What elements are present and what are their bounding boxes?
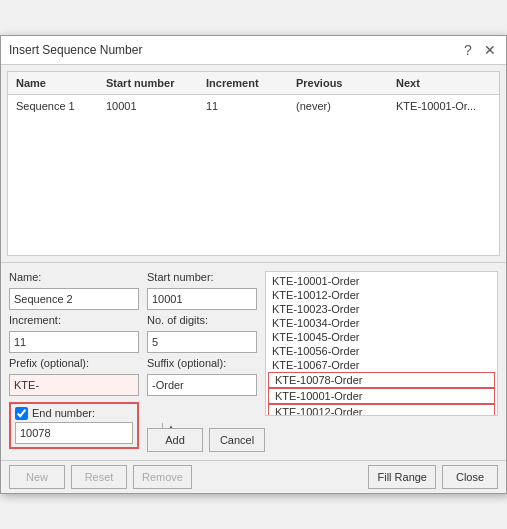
suffix-label: Suffix (optional): [147, 357, 257, 369]
end-number-checkbox-row: End number: [15, 407, 133, 420]
col-start: Start number [102, 75, 202, 91]
prefix-input[interactable] [9, 374, 139, 396]
row-increment: 11 [202, 98, 292, 114]
start-number-spinner[interactable]: ▲ ▼ [147, 288, 257, 310]
table-row[interactable]: Sequence 1 10001 11 (never) KTE-10001-Or… [8, 95, 499, 117]
table-header: Name Start number Increment Previous Nex… [8, 72, 499, 95]
col-next: Next [392, 75, 495, 91]
prefix-label: Prefix (optional): [9, 357, 139, 369]
remove-button[interactable]: Remove [133, 465, 192, 489]
title-bar-buttons: ? ✕ [460, 42, 498, 58]
dialog-title: Insert Sequence Number [9, 43, 142, 57]
end-number-checkbox[interactable] [15, 407, 28, 420]
add-button[interactable]: Add [147, 428, 203, 452]
col-previous: Previous [292, 75, 392, 91]
insert-sequence-dialog: Insert Sequence Number ? ✕ Name Start nu… [0, 35, 507, 494]
preview-item: KTE-10078-Order [268, 372, 495, 388]
help-button[interactable]: ? [460, 42, 476, 58]
name-label: Name: [9, 271, 139, 283]
bottom-bar: New Reset Remove Fill Range Close [1, 460, 506, 493]
preview-list[interactable]: KTE-10001-OrderKTE-10012-OrderKTE-10023-… [265, 271, 498, 416]
preview-item: KTE-10001-Order [266, 274, 497, 288]
fill-range-button[interactable]: Fill Range [368, 465, 436, 489]
preview-item: KTE-10001-Order [268, 388, 495, 404]
name-input[interactable] [9, 288, 139, 310]
form-area: Name: Increment: ▲ ▼ Prefix (optional): … [1, 263, 506, 456]
preview-item: KTE-10012-Order [268, 404, 495, 416]
increment-spinner[interactable]: ▲ ▼ [9, 331, 139, 353]
new-button[interactable]: New [9, 465, 65, 489]
col-name: Name [12, 75, 102, 91]
end-number-input[interactable] [16, 423, 162, 443]
form-left-col: Name: Increment: ▲ ▼ Prefix (optional): … [9, 271, 139, 452]
row-name: Sequence 1 [12, 98, 102, 114]
preview-item: KTE-10056-Order [266, 344, 497, 358]
preview-item: KTE-10023-Order [266, 302, 497, 316]
reset-button[interactable]: Reset [71, 465, 127, 489]
add-cancel-row: Add Cancel [147, 400, 257, 452]
end-number-group: End number: ▲ ▼ [9, 402, 139, 449]
title-bar: Insert Sequence Number ? ✕ [1, 36, 506, 65]
preview-item: KTE-10067-Order [266, 358, 497, 372]
end-number-label[interactable]: End number: [32, 407, 95, 419]
suffix-input[interactable] [147, 374, 257, 396]
end-number-spinner[interactable]: ▲ ▼ [15, 422, 133, 444]
close-dialog-button[interactable]: Close [442, 465, 498, 489]
form-right-col: KTE-10001-OrderKTE-10012-OrderKTE-10023-… [265, 271, 498, 452]
col-increment: Increment [202, 75, 292, 91]
cancel-button[interactable]: Cancel [209, 428, 265, 452]
row-next: KTE-10001-Or... [392, 98, 495, 114]
sequence-table: Name Start number Increment Previous Nex… [7, 71, 500, 256]
preview-item: KTE-10045-Order [266, 330, 497, 344]
form-mid-col: Start number: ▲ ▼ No. of digits: ▲ ▼ Suf… [147, 271, 257, 452]
close-button[interactable]: ✕ [482, 42, 498, 58]
preview-item: KTE-10012-Order [266, 288, 497, 302]
table-body[interactable]: Sequence 1 10001 11 (never) KTE-10001-Or… [8, 95, 499, 255]
no-digits-label: No. of digits: [147, 314, 257, 326]
row-start: 10001 [102, 98, 202, 114]
preview-item: KTE-10034-Order [266, 316, 497, 330]
row-previous: (never) [292, 98, 392, 114]
start-number-label: Start number: [147, 271, 257, 283]
increment-input[interactable] [10, 332, 156, 352]
increment-label: Increment: [9, 314, 139, 326]
no-digits-spinner[interactable]: ▲ ▼ [147, 331, 257, 353]
